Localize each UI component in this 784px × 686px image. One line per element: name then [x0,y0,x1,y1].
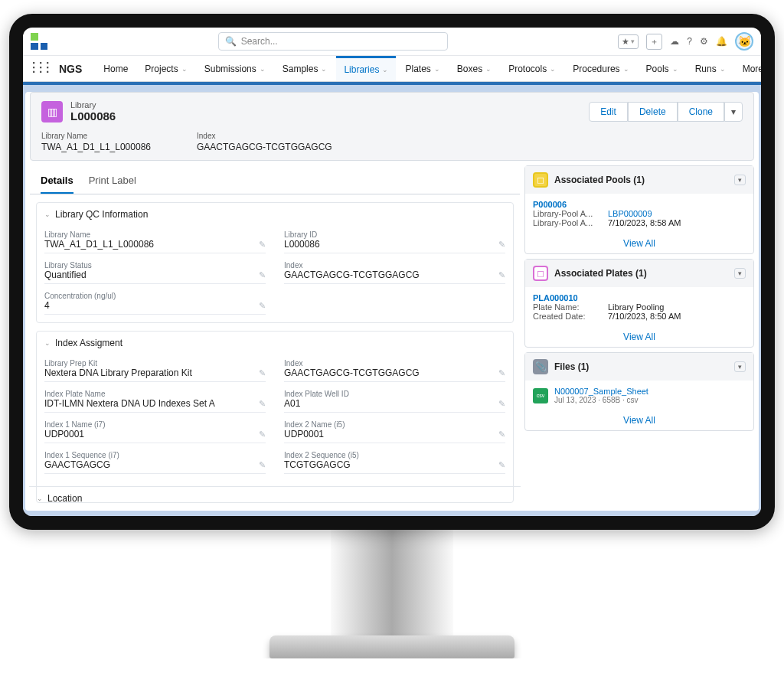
view-all-files[interactable]: View All [525,410,753,430]
record-field[interactable]: Index Plate Well IDA01✎ [284,388,505,413]
record-field[interactable]: Index 2 Name (i5)UDP0001✎ [284,419,505,443]
nav-item-submissions[interactable]: Submissions ⌄ [197,56,273,81]
app-name: NGS [59,63,82,75]
chevron-down-icon: ⌄ [181,65,188,73]
nav-item-home[interactable]: Home [96,56,136,81]
edit-field-icon[interactable]: ✎ [498,430,505,439]
edit-field-icon[interactable]: ✎ [259,430,266,439]
edit-button[interactable]: Edit [589,102,628,122]
nav-item-plates[interactable]: Plates ⌄ [397,56,447,81]
record-title: L000086 [70,109,116,122]
record-field[interactable]: Index Plate NameIDT-ILMN Nextera DNA UD … [44,388,266,413]
nav-item-boxes[interactable]: Boxes ⌄ [449,56,499,81]
edit-field-icon[interactable]: ✎ [259,240,266,250]
view-all-pools[interactable]: View All [525,234,753,253]
panel-pools: ◻ Associated Pools (1) ▾ P000006 Library… [524,165,754,254]
tenant-logo [31,33,47,50]
chevron-down-icon: ⌄ [37,495,43,502]
files-icon: 📎 [533,359,548,374]
record-type-icon: ▥ [41,101,63,122]
chevron-down-icon: ⌄ [550,65,556,73]
app-launcher-icon[interactable]: ᎒᎒᎒ [31,60,51,77]
nav-item-pools[interactable]: Pools ⌄ [639,56,686,81]
global-search[interactable]: 🔍 Search... [218,32,448,51]
pool-assoc-link[interactable]: LBP000009 [608,209,652,218]
nav-item-samples[interactable]: Samples ⌄ [275,56,335,81]
record-field[interactable]: Concentration (ng/ul)4✎ [44,290,266,315]
help-icon[interactable]: ? [687,36,692,47]
chevron-down-icon: ⌄ [382,66,388,74]
delete-button[interactable]: Delete [628,102,678,122]
chevron-down-icon: ⌄ [623,65,629,73]
header-field-value: GAACTGAGCG-TCGTGGAGCG [197,142,332,152]
record-field[interactable]: Index 1 Sequence (i7)GAACTGAGCG✎ [44,449,266,474]
nav-item-runs[interactable]: Runs ⌄ [688,56,733,81]
panel-title: Files (1) [554,361,589,372]
record-header: ▥ Library L000086 Edit Delete Clone ▾ [30,92,754,161]
edit-field-icon[interactable]: ✎ [498,399,505,409]
record-field[interactable]: Index 1 Name (i7)UDP0001✎ [44,419,266,443]
chevron-down-icon: ⌄ [672,65,678,73]
plates-icon: ◻ [533,266,548,281]
record-type-label: Library [70,100,116,109]
panel-menu-button[interactable]: ▾ [734,268,746,279]
panel-plates: ◻ Associated Plates (1) ▾ PLA000010 Plat… [524,259,754,348]
section-location-header[interactable]: ⌄Location [29,486,521,510]
chevron-down-icon: ⌄ [766,65,773,73]
edit-field-icon[interactable]: ✎ [259,399,266,409]
edit-field-icon[interactable]: ✎ [498,460,505,470]
nav-item-libraries[interactable]: Libraries ⌄ [336,56,396,81]
edit-field-icon[interactable]: ✎ [498,368,505,378]
record-field[interactable]: Index 2 Sequence (i5)TCGTGGAGCG✎ [284,449,505,474]
nav-item-more[interactable]: More ⌄ [735,56,775,81]
setup-gear-icon[interactable]: ⚙ [700,36,708,47]
more-actions-button[interactable]: ▾ [724,102,743,122]
chevron-down-icon: ⌄ [321,65,327,73]
panel-files: 📎 Files (1) ▾ csv N000007_Sample_Sheet J… [524,352,754,431]
global-top-bar: 🔍 Search... ★▾ ＋ ☁︎ ? ⚙ 🔔 🐱 [23,28,761,56]
edit-field-icon[interactable]: ✎ [498,270,505,280]
record-field[interactable]: Library NameTWA_A1_D1_L1_L000086✎ [44,229,266,253]
panel-menu-button[interactable]: ▾ [734,175,746,185]
record-field[interactable]: Library StatusQuantified✎ [44,260,266,284]
nav-item-procedures[interactable]: Procedures ⌄ [565,56,636,81]
clone-button[interactable]: Clone [678,102,724,122]
view-all-plates[interactable]: View All [525,327,753,347]
user-avatar[interactable]: 🐱 [735,32,753,51]
header-field-label: Index [197,132,332,140]
header-field-label: Library Name [41,132,151,140]
header-field-value: TWA_A1_D1_L1_L000086 [41,142,151,152]
notifications-bell-icon[interactable]: 🔔 [716,36,727,47]
edit-field-icon[interactable]: ✎ [259,301,266,311]
record-field[interactable]: Library Prep KitNextera DNA Library Prep… [44,358,266,382]
favorites-button[interactable]: ★▾ [618,34,639,49]
record-field[interactable]: IndexGAACTGAGCG-TCGTGGAGCG✎ [284,358,505,382]
section-index-assign: ⌄Index Assigment Library Prep KitNextera… [36,331,514,503]
plate-link[interactable]: PLA000010 [533,293,746,302]
chevron-down-icon: ⌄ [44,211,51,218]
record-field[interactable]: IndexGAACTGAGCG-TCGTGGAGCG✎ [284,260,505,284]
nav-item-protocols[interactable]: Protocols ⌄ [501,56,564,81]
chevron-down-icon: ⌄ [260,65,266,73]
section-header[interactable]: ⌄Library QC Information [37,203,513,226]
nav-item-projects[interactable]: Projects ⌄ [137,56,194,81]
tab-details[interactable]: Details [41,168,74,194]
csv-file-icon: csv [533,388,548,403]
chevron-down-icon: ⌄ [720,65,726,73]
global-actions-button[interactable]: ＋ [646,34,662,50]
chevron-down-icon: ⌄ [434,65,440,73]
edit-field-icon[interactable]: ✎ [259,368,266,378]
panel-title: Associated Pools (1) [554,175,645,185]
pool-link[interactable]: P000006 [533,200,746,209]
panel-menu-button[interactable]: ▾ [734,361,746,372]
record-field[interactable]: Library IDL000086✎ [284,229,505,253]
search-icon: 🔍 [225,36,237,47]
section-header[interactable]: ⌄Index Assigment [37,332,513,354]
edit-field-icon[interactable]: ✎ [259,460,266,470]
app-nav: ᎒᎒᎒ NGS HomeProjects ⌄Submissions ⌄Sampl… [23,56,761,82]
salesforce-help-icon[interactable]: ☁︎ [670,36,679,47]
file-link[interactable]: N000007_Sample_Sheet [554,387,648,396]
edit-field-icon[interactable]: ✎ [259,270,266,280]
tab-print-label[interactable]: Print Label [89,168,136,194]
edit-field-icon[interactable]: ✎ [498,240,505,250]
